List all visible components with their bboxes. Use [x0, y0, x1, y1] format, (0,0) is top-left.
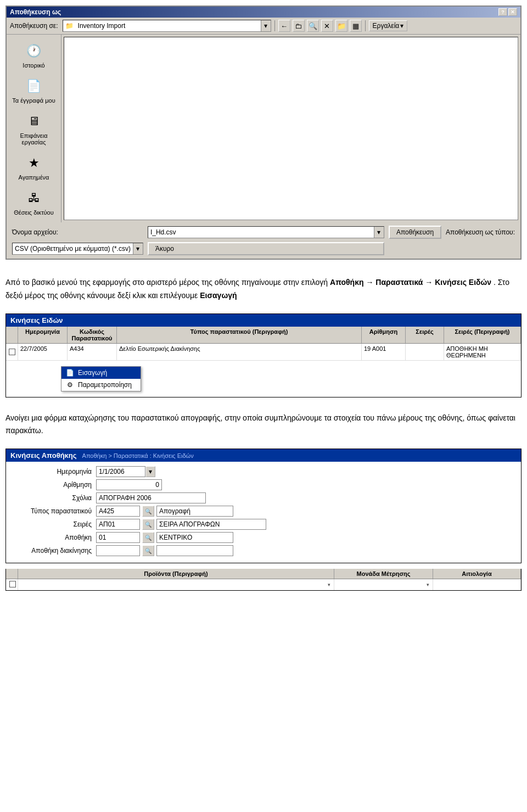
close-button[interactable]: ✕ [508, 8, 517, 16]
num-input[interactable] [96, 479, 162, 490]
dialog-sidebar: 🕐 Ιστορικό 📄 Τα έγγραφά μου 🖥 Επιφάνεια … [7, 35, 61, 222]
col-code: Κωδικός Παραστατικού [68, 327, 117, 343]
search-button[interactable]: 🔍 [307, 20, 319, 32]
history-label: Ιστορικό [23, 62, 44, 69]
filename-value: I_Hd.csv [148, 228, 374, 236]
apothiki-browse-btn[interactable]: 🔍 [142, 532, 154, 543]
apothiki-diak-desc-input[interactable] [156, 545, 233, 556]
row-type: Δελτίο Εσωτερικής Διακίνησης [117, 344, 362, 360]
help-button[interactable]: ? [498, 8, 507, 16]
delete-button[interactable]: ✕ [321, 20, 333, 32]
num-label: Αρίθμηση [8, 481, 96, 489]
col-date: Ημερομηνία [18, 327, 68, 343]
filetype-label: Αποθήκευση ως τύπου: [446, 228, 515, 236]
view-button[interactable]: ▦ [350, 20, 362, 32]
form-row-apothiki-diak: Αποθήκη διακίνησης 🔍 [8, 545, 519, 556]
type-label: Τύπος παραστατικού [8, 507, 96, 515]
series-browse-btn[interactable]: 🔍 [142, 519, 154, 530]
folder-dropdown-arrow[interactable]: ▾ [261, 20, 271, 31]
new-folder-button[interactable]: 🗀 [293, 20, 305, 32]
favorites-label: Αγαπημένα [19, 174, 49, 181]
insert-icon: 📄 [65, 368, 75, 377]
scholio-input[interactable] [96, 492, 206, 503]
my-docs-label: Τα έγγραφά μου [12, 97, 55, 104]
folder-combobox[interactable]: 📁 Inventory Import ▾ [63, 20, 271, 32]
type-browse-btn[interactable]: 🔍 [142, 506, 154, 517]
text1-part1: Από το βασικό μενού της εφαρμογής στο αρ… [5, 278, 328, 287]
dialog-body: 🕐 Ιστορικό 📄 Τα έγγραφά μου 🖥 Επιφάνεια … [7, 35, 520, 222]
bottom-col-check [6, 569, 18, 579]
filetype-arrow[interactable]: ▾ [133, 243, 143, 254]
save-to-label: Αποθήκευση σε: [10, 22, 58, 30]
sidebar-item-desktop[interactable]: 🖥 Επιφάνεια εργασίας [9, 108, 59, 149]
text-section-2: Ανοίγει μια φόρμα καταχώρησης του παραστ… [0, 403, 527, 444]
col-type: Τύπος παραστατικού (Περιγραφή) [117, 327, 362, 343]
folder-icon: 📁 [65, 22, 74, 30]
unit-dropdown[interactable]: ▾ [427, 582, 429, 587]
form-header: Κινήσεις Αποθήκης Αποθήκη > Παραστατικά … [6, 449, 521, 462]
col-series: Σειρές [406, 327, 444, 343]
text-section-1: Από το βασικό μενού της εφαρμογής στο αρ… [0, 265, 527, 308]
bottom-row-product: ▾ [18, 579, 334, 590]
network-icon: 🖧 [24, 188, 44, 208]
filename-label: Όνομα αρχείου: [12, 228, 143, 236]
context-menu-item-params[interactable]: ⚙ Παραμετροποίηση [61, 379, 141, 391]
form-row-type: Τύπος παραστατικού 🔍 [8, 506, 519, 517]
text1-bold2: Παραστατικά [375, 278, 423, 287]
bottom-row-unit: ▾ [334, 579, 433, 590]
text1-arrow1: → [366, 278, 375, 287]
product-dropdown[interactable]: ▾ [328, 582, 330, 587]
apothiki-desc-input[interactable] [156, 532, 233, 543]
form-row-scholio: Σχόλια [8, 492, 519, 503]
bottom-row-reason [433, 579, 521, 590]
bottom-table-header: Προϊόντα (Περιγραφή) Μονάδα Μέτρησης Αιτ… [6, 569, 521, 579]
dialog-footer: Όνομα αρχείου: I_Hd.csv ▾ Αποθήκευση Απο… [7, 222, 520, 259]
bottom-col-unit: Μονάδα Μέτρησης [334, 569, 433, 579]
date-dropdown-btn[interactable]: ▾ [145, 466, 155, 477]
filetype-input[interactable]: CSV (Οριοθετημένο με κόμματα) (*.csv) ▾ [12, 243, 143, 255]
table-row: 22/7/2005 A434 Δελτίο Εσωτερικής Διακίνη… [6, 344, 521, 361]
form-row-num: Αρίθμηση [8, 479, 519, 490]
row-code: A434 [68, 344, 117, 360]
col-series-desc: Σειρές (Περιγραφή) [444, 327, 521, 343]
bottom-row-check[interactable] [6, 579, 18, 590]
apothiki-code-input[interactable] [96, 532, 140, 543]
save-button[interactable]: Αποθήκευση [389, 226, 441, 239]
type-code-input[interactable] [96, 506, 140, 517]
folder2-button[interactable]: 📁 [335, 20, 347, 32]
favorites-icon: ★ [24, 153, 44, 173]
type-desc-input[interactable] [156, 506, 233, 517]
series-input-group: 🔍 [96, 519, 266, 530]
bottom-table-row: ▾ ▾ [6, 579, 521, 590]
row-checkbox[interactable] [6, 344, 18, 360]
history-icon: 🕐 [24, 41, 44, 61]
tools-button[interactable]: Εργαλεία ▾ [369, 20, 408, 31]
apothiki-diak-browse-btn[interactable]: 🔍 [142, 545, 154, 556]
context-menu: 📄 Εισαγωγή ⚙ Παραμετροποίηση [61, 366, 141, 391]
filetype-value: CSV (Οριοθετημένο με κόμματα) (*.csv) [13, 245, 133, 253]
sidebar-item-my-docs[interactable]: 📄 Τα έγγραφά μου [9, 73, 59, 107]
desktop-label: Επιφάνεια εργασίας [12, 132, 57, 145]
kiniseis-header: Κινήσεις Ειδών [6, 314, 521, 327]
form-title: Κινήσεις Αποθήκης [10, 451, 77, 460]
back-button[interactable]: ← [278, 20, 290, 32]
series-code-input[interactable] [96, 519, 140, 530]
tools-arrow: ▾ [400, 22, 403, 30]
series-desc-input[interactable] [156, 519, 266, 530]
apothiki-diak-code-input[interactable] [96, 545, 140, 556]
col-num: Αρίθμηση [362, 327, 406, 343]
context-menu-item-insert[interactable]: 📄 Εισαγωγή [61, 367, 141, 379]
save-as-dialog: Αποθήκευση ως ? ✕ Αποθήκευση σε: 📁 Inven… [5, 5, 522, 260]
bottom-table-wrapper: Προϊόντα (Περιγραφή) Μονάδα Μέτρησης Αιτ… [5, 569, 522, 591]
filename-arrow[interactable]: ▾ [374, 227, 384, 238]
series-label: Σειρές [8, 520, 96, 528]
date-input[interactable] [96, 466, 145, 477]
filename-input[interactable]: I_Hd.csv ▾ [148, 226, 384, 238]
cancel-button[interactable]: Άκυρο [148, 242, 384, 255]
sidebar-item-network[interactable]: 🖧 Θέσεις δικτύου [9, 185, 59, 219]
apothiki-diak-input-group: 🔍 [96, 545, 233, 556]
row-num: 19 Α001 [362, 344, 406, 360]
sidebar-item-favorites[interactable]: ★ Αγαπημένα [9, 150, 59, 184]
sidebar-item-history[interactable]: 🕐 Ιστορικό [9, 38, 59, 72]
form-panel: Κινήσεις Αποθήκης Αποθήκη > Παραστατικά … [5, 449, 522, 563]
